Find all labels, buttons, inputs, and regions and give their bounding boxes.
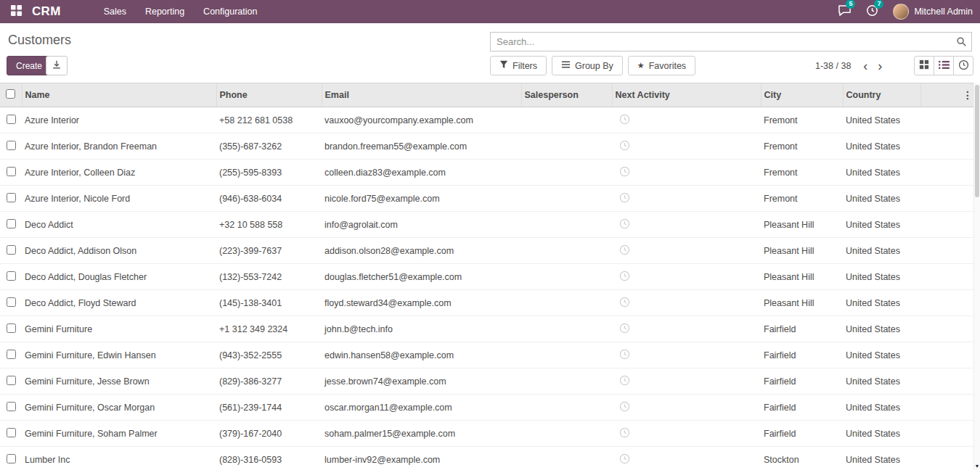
- row-checkbox[interactable]: [7, 245, 16, 255]
- table-row[interactable]: Deco Addict+32 10 588 558info@agrolait.c…: [0, 212, 980, 238]
- row-checkbox[interactable]: [7, 376, 16, 385]
- menu-reporting[interactable]: Reporting: [136, 0, 194, 23]
- row-checkbox[interactable]: [7, 193, 16, 202]
- page-title: Customers: [8, 33, 71, 48]
- favorites-button[interactable]: ★ Favorites: [628, 56, 695, 75]
- next-activity-clock-icon[interactable]: [619, 218, 630, 229]
- download-icon: [52, 59, 62, 72]
- next-activity-clock-icon[interactable]: [619, 401, 630, 412]
- menu-sales[interactable]: Sales: [94, 0, 136, 23]
- next-activity-clock-icon[interactable]: [619, 375, 630, 386]
- column-header-name[interactable]: Name: [22, 83, 216, 107]
- create-button[interactable]: Create: [7, 56, 52, 75]
- cell-city: Fairfield: [761, 342, 843, 368]
- table-row[interactable]: Azure Interior, Colleen Diaz(255)-595-83…: [0, 160, 980, 186]
- table-row[interactable]: Deco Addict, Douglas Fletcher(132)-553-7…: [0, 264, 980, 290]
- row-checkbox[interactable]: [7, 297, 16, 307]
- row-checkbox[interactable]: [7, 141, 16, 150]
- table-row[interactable]: Deco Addict, Floyd Steward(145)-138-3401…: [0, 290, 980, 316]
- row-checkbox[interactable]: [7, 454, 16, 463]
- table-row[interactable]: Deco Addict, Addison Olson(223)-399-7637…: [0, 238, 980, 264]
- cell-phone: (355)-687-3262: [216, 133, 322, 160]
- next-activity-clock-icon[interactable]: [619, 271, 630, 281]
- table-row[interactable]: Gemini Furniture, Edwin Hansen(943)-352-…: [0, 342, 980, 368]
- messages-button[interactable]: 5: [838, 4, 852, 19]
- cell-name: Azure Interior, Colleen Diaz: [22, 160, 216, 186]
- cell-city: Pleasant Hill: [761, 264, 843, 290]
- export-button[interactable]: [46, 56, 68, 75]
- cell-name: Lumber Inc: [22, 447, 216, 470]
- column-header-salesperson[interactable]: Salesperson: [521, 83, 612, 107]
- group-by-button[interactable]: Group By: [552, 56, 623, 75]
- kanban-view-button[interactable]: [914, 56, 934, 75]
- next-activity-clock-icon[interactable]: [619, 244, 630, 255]
- table-row[interactable]: Gemini Furniture+1 312 349 2324john.b@te…: [0, 316, 980, 342]
- column-header-next-activity[interactable]: Next Activity: [612, 83, 761, 107]
- row-checkbox-cell: [0, 316, 22, 342]
- apps-menu-button[interactable]: [7, 3, 25, 20]
- select-all-checkbox[interactable]: [6, 89, 15, 99]
- activities-button[interactable]: 7: [866, 4, 878, 19]
- next-activity-clock-icon[interactable]: [619, 349, 630, 360]
- cell-country: United States: [843, 316, 920, 342]
- row-checkbox-cell: [0, 212, 22, 238]
- table-row[interactable]: Gemini Furniture, Soham Palmer(379)-167-…: [0, 421, 980, 447]
- table-row[interactable]: Gemini Furniture, Jesse Brown(829)-386-3…: [0, 368, 980, 395]
- row-checkbox[interactable]: [7, 323, 16, 333]
- row-checkbox-cell: [0, 290, 22, 316]
- next-activity-clock-icon[interactable]: [619, 427, 630, 438]
- row-checkbox[interactable]: [7, 428, 16, 437]
- vertical-scrollbar: ▼: [973, 83, 980, 470]
- table-row[interactable]: Azure Interior, Brandon Freeman(355)-687…: [0, 133, 980, 160]
- scrollbar-thumb[interactable]: [975, 85, 979, 197]
- table-row[interactable]: Azure Interior, Nicole Ford(946)-638-603…: [0, 186, 980, 212]
- table-row[interactable]: Lumber Inc(828)-316-0593lumber-inv92@exa…: [0, 447, 980, 470]
- filters-button[interactable]: Filters: [490, 56, 547, 75]
- list-view-button[interactable]: [934, 56, 954, 75]
- cell-country: United States: [843, 421, 920, 447]
- cell-email: vauxoo@yourcompany.example.com: [322, 107, 521, 133]
- search-input[interactable]: [491, 33, 971, 51]
- row-checkbox[interactable]: [7, 115, 16, 124]
- next-activity-clock-icon[interactable]: [619, 114, 630, 125]
- next-activity-clock-icon[interactable]: [619, 297, 630, 308]
- cell-salesperson: [521, 212, 612, 238]
- cell-country: United States: [843, 238, 920, 264]
- row-checkbox[interactable]: [7, 167, 16, 176]
- cell-next-activity: [612, 107, 761, 133]
- cell-extra: [920, 212, 980, 238]
- column-header-phone[interactable]: Phone: [216, 83, 322, 107]
- cell-country: United States: [843, 186, 920, 212]
- app-title[interactable]: CRM: [32, 4, 61, 19]
- row-checkbox-cell: [0, 133, 22, 160]
- cell-name: Gemini Furniture, Oscar Morgan: [22, 395, 216, 421]
- cell-country: United States: [843, 264, 920, 290]
- column-header-city[interactable]: City: [761, 83, 843, 107]
- next-activity-clock-icon[interactable]: [619, 166, 630, 177]
- user-menu[interactable]: Mitchell Admin: [893, 4, 973, 20]
- optional-columns-toggle-icon[interactable]: ⋮: [963, 89, 973, 101]
- row-checkbox[interactable]: [7, 271, 16, 281]
- cell-salesperson: [521, 368, 612, 395]
- cell-city: Fairfield: [761, 316, 843, 342]
- next-activity-clock-icon[interactable]: [619, 140, 630, 151]
- row-checkbox[interactable]: [7, 402, 16, 411]
- column-header-country[interactable]: Country: [843, 83, 920, 107]
- view-switcher: [914, 56, 973, 75]
- cell-next-activity: [612, 368, 761, 395]
- row-checkbox[interactable]: [7, 219, 16, 228]
- column-header-email[interactable]: Email: [322, 83, 521, 107]
- row-checkbox[interactable]: [7, 350, 16, 359]
- scrollbar-down-arrow[interactable]: ▼: [974, 463, 980, 469]
- menu-configuration[interactable]: Configuration: [194, 0, 266, 23]
- table-row[interactable]: Gemini Furniture, Oscar Morgan(561)-239-…: [0, 395, 980, 421]
- activity-view-button[interactable]: [953, 56, 973, 75]
- next-activity-clock-icon[interactable]: [619, 453, 630, 464]
- cell-extra: [920, 160, 980, 186]
- pager-previous-button[interactable]: ‹: [858, 59, 873, 73]
- next-activity-clock-icon[interactable]: [619, 323, 630, 334]
- next-activity-clock-icon[interactable]: [619, 192, 630, 203]
- pager-next-button[interactable]: ›: [873, 59, 887, 73]
- table-row[interactable]: Azure Interior+58 212 681 0538vauxoo@you…: [0, 107, 980, 133]
- search-icon[interactable]: [956, 36, 967, 49]
